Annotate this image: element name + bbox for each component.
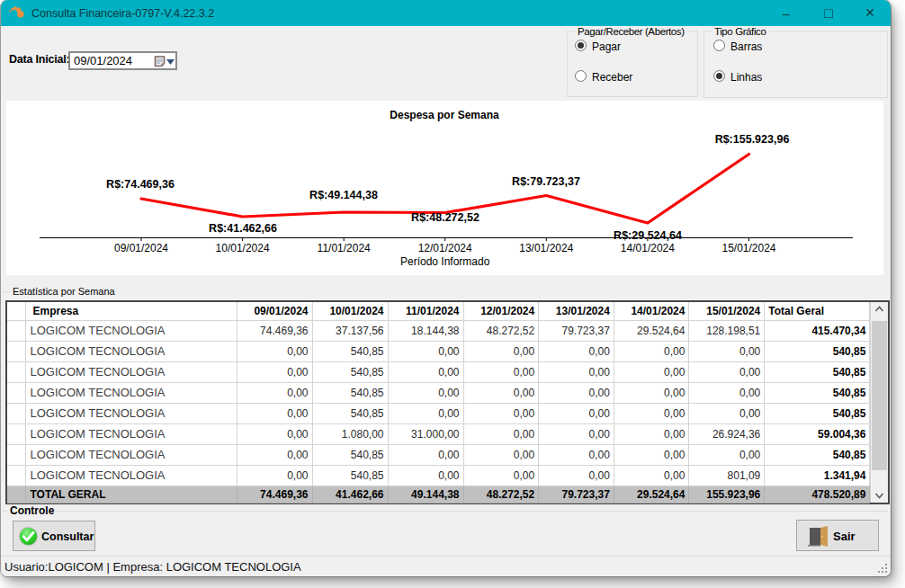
svg-text:09/01/2024: 09/01/2024 (114, 242, 168, 254)
svg-text:14/01/2024: 14/01/2024 (621, 242, 675, 254)
svg-text:11/01/2024: 11/01/2024 (318, 242, 371, 254)
svg-text:12/01/2024: 12/01/2024 (418, 242, 472, 254)
svg-text:Despesa por Semana: Despesa por Semana (390, 109, 499, 121)
svg-text:15/01/2024: 15/01/2024 (721, 242, 775, 254)
svg-text:R$:155.923,96: R$:155.923,96 (715, 133, 790, 146)
svg-text:R$:29.524,64: R$:29.524,64 (614, 229, 682, 242)
svg-text:R$:74.469,36: R$:74.469,36 (106, 178, 175, 191)
svg-text:13/01/2024: 13/01/2024 (519, 242, 573, 254)
svg-text:R$:79.723,37: R$:79.723,37 (512, 175, 580, 188)
svg-text:Período Informado: Período Informado (400, 255, 490, 268)
svg-text:R$:48.272,52: R$:48.272,52 (411, 211, 479, 224)
svg-text:R$:41.462,66: R$:41.462,66 (209, 222, 277, 235)
svg-text:10/01/2024: 10/01/2024 (216, 242, 270, 254)
svg-text:R$:49.144,38: R$:49.144,38 (309, 189, 378, 201)
